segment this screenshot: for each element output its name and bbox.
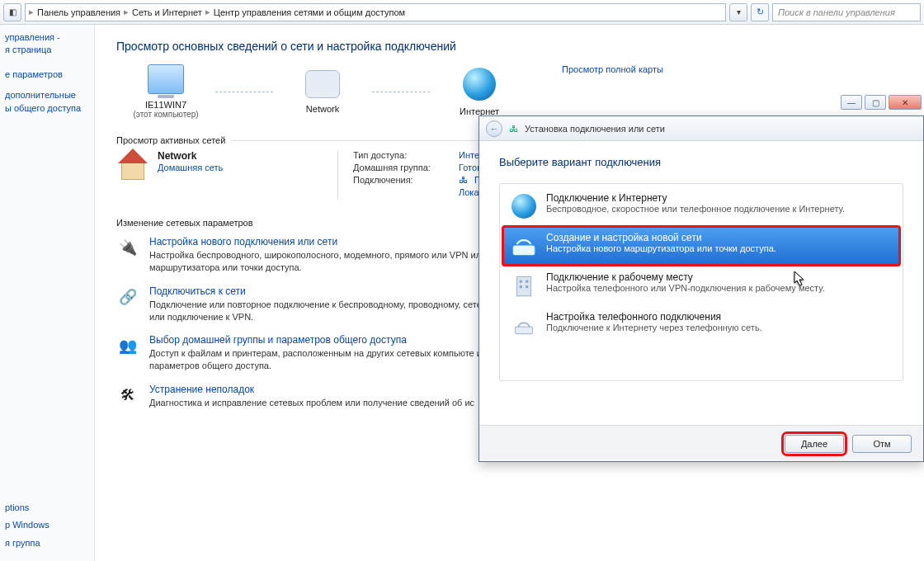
- address-bar: ◧ ▸ Панель управления ▸ Сеть и Интернет …: [0, 0, 924, 25]
- sidebar-see-also: ptions р Windows я группа: [5, 502, 89, 554]
- full-map-link[interactable]: Просмотр полной карты: [562, 64, 663, 74]
- share-icon: 👥: [116, 334, 139, 357]
- chevron-right-icon: ▸: [29, 7, 34, 17]
- chevron-right-icon: ▸: [205, 7, 210, 17]
- network-icon: [305, 70, 340, 98]
- map-node-internet[interactable]: Интернет: [430, 68, 529, 116]
- option-new-network[interactable]: Создание и настройка новой сети Настройк…: [503, 227, 899, 265]
- troubleshoot-icon: 🛠: [116, 384, 139, 407]
- breadcrumb[interactable]: ▸ Панель управления ▸ Сеть и Интернет ▸ …: [25, 3, 726, 21]
- network-setup-icon: 🖧: [509, 124, 518, 134]
- globe-icon: [510, 192, 538, 220]
- svg-rect-4: [520, 280, 522, 283]
- sidebar-link-homegroup[interactable]: я группа: [5, 537, 89, 549]
- connect-icon: 🔗: [116, 285, 139, 309]
- computer-icon: [148, 64, 184, 94]
- search-placeholder: Поиск в панели управления: [778, 7, 895, 17]
- map-node-computer[interactable]: IE11WIN7 (этот компьютер): [116, 64, 215, 119]
- folder-icon[interactable]: ◧: [3, 3, 21, 21]
- minimize-button[interactable]: —: [841, 95, 862, 110]
- breadcrumb-item[interactable]: Панель управления: [37, 7, 120, 17]
- svg-rect-6: [520, 285, 522, 288]
- search-input[interactable]: Поиск в панели управления: [772, 3, 921, 21]
- wizard-header: ← 🖧 Установка подключения или сети: [479, 116, 923, 141]
- close-button[interactable]: ✕: [889, 95, 922, 110]
- map-connection: [372, 92, 430, 92]
- maximize-button[interactable]: ▢: [865, 95, 886, 110]
- page-title: Просмотр основных сведений о сети и наст…: [116, 40, 903, 53]
- network-map: IE11WIN7 (этот компьютер) Network Интерн…: [116, 64, 529, 119]
- option-dialup[interactable]: Настройка телефонного подключения Подклю…: [503, 306, 899, 344]
- house-icon: [116, 150, 149, 180]
- svg-point-1: [517, 249, 520, 252]
- breadcrumb-item[interactable]: Сеть и Интернет: [132, 7, 202, 17]
- sidebar: управления - я страница е параметров доп…: [0, 25, 95, 561]
- wizard-dialog: — ▢ ✕ ← 🖧 Установка подключения или сети…: [478, 116, 924, 462]
- cancel-button[interactable]: Отм: [852, 435, 912, 453]
- options-list: Подключение к Интернету Беспроводное, ск…: [499, 183, 903, 381]
- option-internet[interactable]: Подключение к Интернету Беспроводное, ск…: [503, 187, 899, 225]
- phone-icon: [510, 311, 538, 339]
- option-workplace[interactable]: Подключение к рабочему месту Настройка т…: [503, 266, 899, 304]
- wizard-heading: Выберите вариант подключения: [499, 156, 903, 168]
- dropdown-history-button[interactable]: ▾: [729, 3, 747, 21]
- sidebar-link-sharing[interactable]: дополнительные ы общего доступа: [5, 89, 89, 115]
- map-connection: [215, 92, 273, 92]
- back-button[interactable]: ←: [486, 120, 502, 137]
- sidebar-link-adapters[interactable]: е параметров: [5, 68, 89, 81]
- router-icon: [510, 232, 538, 260]
- wizard-icon: 🔌: [116, 236, 139, 259]
- svg-rect-7: [526, 285, 528, 288]
- wizard-footer: Далее Отм: [479, 425, 923, 461]
- sidebar-link-home[interactable]: управления - я страница: [5, 31, 89, 57]
- svg-rect-5: [526, 280, 528, 283]
- refresh-button[interactable]: ↻: [751, 3, 769, 21]
- network-type-link[interactable]: Домашняя сеть: [158, 163, 223, 172]
- svg-rect-3: [517, 276, 531, 295]
- network-name: Network: [158, 150, 223, 162]
- breadcrumb-item[interactable]: Центр управления сетями и общим доступом: [214, 7, 405, 17]
- globe-icon: [463, 68, 496, 101]
- map-node-network[interactable]: Network: [273, 70, 372, 114]
- sidebar-link-firewall[interactable]: р Windows: [5, 519, 89, 531]
- svg-rect-8: [515, 327, 532, 334]
- window-caption-buttons: — ▢ ✕: [839, 93, 923, 115]
- next-button[interactable]: Далее: [785, 435, 844, 453]
- svg-point-2: [522, 249, 525, 252]
- sidebar-link-options[interactable]: ptions: [5, 502, 89, 514]
- building-icon: [510, 271, 538, 299]
- wizard-title: Установка подключения или сети: [525, 124, 665, 134]
- chevron-right-icon: ▸: [124, 7, 129, 17]
